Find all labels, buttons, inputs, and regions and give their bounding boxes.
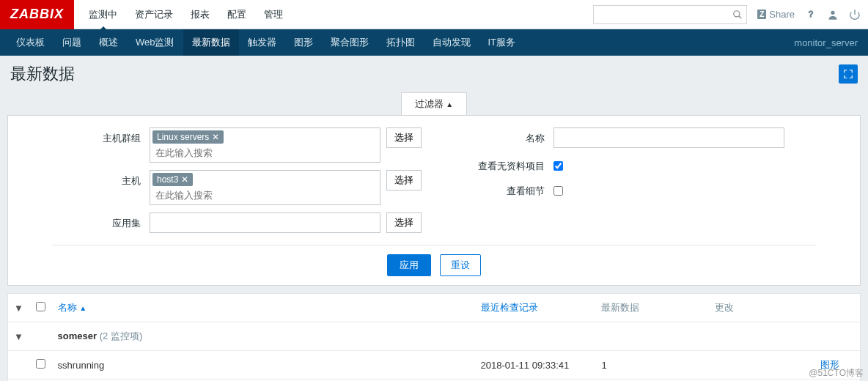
host-tag: host3 ✕ xyxy=(152,173,193,186)
data-table: ▼ 名称 ▲ 最近检查记录 最新数据 更改 ▼ someser xyxy=(8,294,860,381)
hostgroup-label: 主机群组 xyxy=(84,127,150,145)
topmenu-monitoring[interactable]: 监测中 xyxy=(80,0,126,29)
search-icon[interactable] xyxy=(732,10,743,20)
subnav-discovery[interactable]: 自动发现 xyxy=(424,29,479,56)
subnav-web[interactable]: Web监测 xyxy=(127,29,183,56)
top-menu: 监测中 资产记录 报表 配置 管理 xyxy=(80,0,292,29)
help-icon[interactable]: ? xyxy=(805,9,817,21)
hostgroup-search-input[interactable] xyxy=(152,146,378,160)
svg-point-0 xyxy=(734,10,740,16)
col-lastcheck-header[interactable]: 最近检查记录 xyxy=(481,302,538,313)
user-icon[interactable] xyxy=(827,9,839,21)
share-label: Share xyxy=(769,9,795,20)
subnav-dashboard[interactable]: 仪表板 xyxy=(7,29,54,56)
application-label: 应用集 xyxy=(84,212,150,230)
hostgroup-input[interactable]: Linux servers ✕ xyxy=(150,127,380,163)
show-nodata-checkbox[interactable] xyxy=(553,161,563,171)
host-tag-remove-icon[interactable]: ✕ xyxy=(181,174,188,185)
col-name-label: 名称 xyxy=(58,302,77,313)
logo[interactable]: ZABBIX xyxy=(0,0,74,29)
show-details-label: 查看细节 xyxy=(473,180,553,198)
filter-toggle[interactable]: 过滤器 ▲ xyxy=(401,92,468,115)
filter-tab-label: 过滤器 xyxy=(415,98,444,109)
show-nodata-label: 查看无资料项目 xyxy=(473,155,553,173)
subnav-itservices[interactable]: IT服务 xyxy=(479,29,525,56)
subnav-latestdata[interactable]: 最新数据 xyxy=(183,29,239,56)
col-lastdata-header: 最新数据 xyxy=(601,302,639,313)
fullscreen-button[interactable] xyxy=(839,64,858,84)
col-name-header[interactable]: 名称 ▲ xyxy=(58,302,87,313)
reset-button[interactable]: 重设 xyxy=(440,254,481,276)
apply-button[interactable]: 应用 xyxy=(387,254,431,276)
item-lastcheck: 2018-01-11 09:33:41 xyxy=(475,351,596,380)
topmenu-inventory[interactable]: 资产记录 xyxy=(126,0,182,29)
subnav-triggers[interactable]: 触发器 xyxy=(239,29,285,56)
application-select-button[interactable]: 选择 xyxy=(386,212,422,233)
show-details-checkbox[interactable] xyxy=(553,186,563,196)
caret-up-icon: ▲ xyxy=(446,100,453,108)
svg-point-4 xyxy=(831,10,834,14)
share-z-icon: Z xyxy=(757,10,766,19)
svg-text:?: ? xyxy=(809,10,813,18)
hostgroup-tag: Linux servers ✕ xyxy=(152,130,224,144)
sort-asc-icon: ▲ xyxy=(79,304,87,312)
subnav-overview[interactable]: 概述 xyxy=(90,29,127,56)
group-count: (2 监控项) xyxy=(100,330,143,341)
item-name: sshrunning xyxy=(52,351,475,380)
name-label: 名称 xyxy=(473,127,553,145)
subnav-problems[interactable]: 问题 xyxy=(54,29,90,56)
topmenu-reports[interactable]: 报表 xyxy=(182,0,218,29)
topmenu-admin[interactable]: 管理 xyxy=(255,0,292,29)
table-group-row: ▼ someser (2 监控项) xyxy=(8,322,860,351)
host-input[interactable]: host3 ✕ xyxy=(150,170,380,205)
host-search-input[interactable] xyxy=(152,188,378,202)
item-change xyxy=(709,351,814,380)
hostgroup-select-button[interactable]: 选择 xyxy=(386,127,422,148)
subnav-graphs[interactable]: 图形 xyxy=(285,29,322,56)
subnav: 仪表板 问题 概述 Web监测 最新数据 触发器 图形 聚合图形 拓扑图 自动发… xyxy=(0,29,868,56)
host-label: 主机 xyxy=(84,170,150,188)
select-all-checkbox[interactable] xyxy=(36,302,45,311)
topbar: ZABBIX 监测中 资产记录 报表 配置 管理 Z Share ? xyxy=(0,0,868,29)
page-header: 最新数据 xyxy=(0,56,868,92)
hostgroup-tag-remove-icon[interactable]: ✕ xyxy=(212,132,219,142)
subnav-screens[interactable]: 聚合图形 xyxy=(322,29,378,56)
table-row: sshrunning 2018-01-11 09:33:41 1 图形 xyxy=(8,351,860,380)
share-link[interactable]: Z Share xyxy=(757,9,795,20)
watermark: @51CTO博客 xyxy=(809,367,864,380)
row-checkbox[interactable] xyxy=(36,359,45,369)
name-input[interactable] xyxy=(553,127,784,148)
power-icon[interactable] xyxy=(849,9,861,21)
subnav-maps[interactable]: 拓扑图 xyxy=(378,29,424,56)
filter-panel: 主机群组 Linux servers ✕ 选择 主机 xyxy=(7,115,861,286)
item-lastdata: 1 xyxy=(595,351,709,380)
search-input[interactable] xyxy=(593,5,747,24)
group-expand-icon[interactable]: ▼ xyxy=(14,331,23,342)
filter-tab-wrap: 过滤器 ▲ xyxy=(0,92,868,115)
page-title: 最新数据 xyxy=(10,63,75,85)
fullscreen-icon xyxy=(843,69,853,79)
host-select-button[interactable]: 选择 xyxy=(386,170,422,190)
hostgroup-tag-label: Linux servers xyxy=(157,132,209,142)
group-name: someser xyxy=(58,330,97,341)
topmenu-configuration[interactable]: 配置 xyxy=(218,0,255,29)
application-input[interactable] xyxy=(150,212,380,233)
expand-all-icon[interactable]: ▼ xyxy=(14,303,23,314)
svg-line-1 xyxy=(739,15,742,18)
host-tag-label: host3 xyxy=(157,174,178,185)
breadcrumb-host[interactable]: monitor_server xyxy=(794,37,868,48)
topbar-right: Z Share ? xyxy=(593,5,861,24)
data-table-wrap: ▼ 名称 ▲ 最近检查记录 最新数据 更改 ▼ someser xyxy=(7,293,861,381)
col-change-header: 更改 xyxy=(715,302,734,313)
